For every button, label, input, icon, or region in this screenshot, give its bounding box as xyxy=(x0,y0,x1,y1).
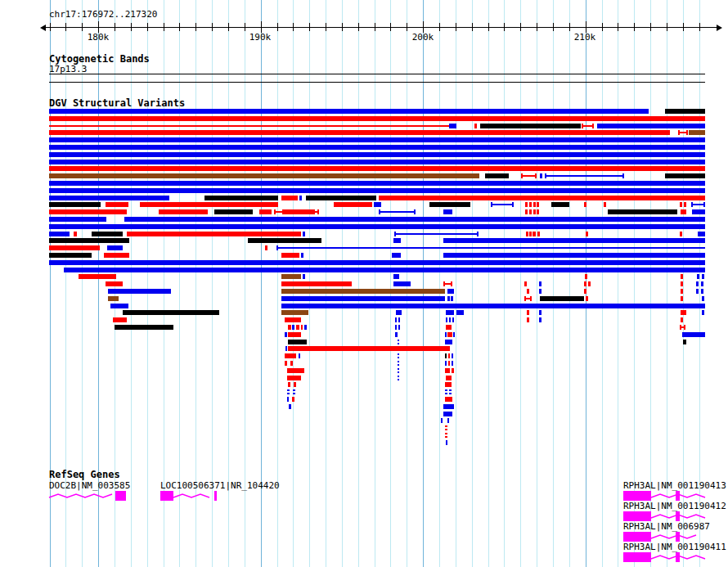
variant-bar[interactable] xyxy=(691,202,705,207)
variant-bar[interactable] xyxy=(681,317,683,322)
variant-bar[interactable] xyxy=(445,433,447,438)
variant-bar[interactable] xyxy=(447,289,454,294)
variant-bar[interactable] xyxy=(681,274,683,279)
variant-bar[interactable] xyxy=(49,196,169,200)
variant-bar[interactable] xyxy=(159,209,208,214)
variant-bar[interactable] xyxy=(49,238,129,243)
variant-bar[interactable] xyxy=(49,109,649,114)
variant-bar[interactable] xyxy=(701,281,703,286)
variant-bar[interactable] xyxy=(49,209,127,214)
variant-bar[interactable] xyxy=(681,296,683,301)
variant-bar[interactable] xyxy=(140,202,278,207)
variant-bar[interactable] xyxy=(684,202,686,207)
variant-bar[interactable] xyxy=(446,310,454,315)
variant-bar[interactable] xyxy=(533,202,536,207)
gene-label[interactable]: RPH3AL|NM_001190413 xyxy=(623,481,726,491)
variant-bar[interactable] xyxy=(281,281,352,286)
variant-bar[interactable] xyxy=(398,325,400,330)
variant-bar[interactable] xyxy=(304,325,307,330)
variant-bar[interactable] xyxy=(306,196,376,200)
variant-bar[interactable] xyxy=(449,389,452,394)
variant-bar[interactable] xyxy=(393,274,399,279)
variant-bar[interactable] xyxy=(680,202,682,207)
variant-bar[interactable] xyxy=(379,209,416,214)
variant-bar[interactable] xyxy=(281,310,308,315)
variant-bar[interactable] xyxy=(429,202,470,207)
variant-bar[interactable] xyxy=(689,130,705,135)
variant-bar[interactable] xyxy=(49,260,705,265)
variant-bar[interactable] xyxy=(64,268,705,272)
variant-bar[interactable] xyxy=(452,361,453,366)
variant-bar[interactable] xyxy=(49,217,106,222)
variant-bar[interactable] xyxy=(526,232,528,236)
variant-bar[interactable] xyxy=(281,274,301,279)
variant-bar[interactable] xyxy=(540,173,542,178)
variant-bar[interactable] xyxy=(49,116,705,121)
variant-bar[interactable] xyxy=(586,296,588,301)
variant-bar[interactable] xyxy=(452,317,454,322)
variant-bar[interactable] xyxy=(682,332,705,337)
gene-exon-tick[interactable] xyxy=(676,491,680,501)
variant-bar[interactable] xyxy=(582,124,594,128)
variant-bar[interactable] xyxy=(49,232,70,236)
variant-bar[interactable] xyxy=(293,389,295,394)
variant-bar[interactable] xyxy=(285,317,301,322)
variant-bar[interactable] xyxy=(545,173,624,178)
gene-exon-tick[interactable] xyxy=(676,552,680,562)
variant-bar[interactable] xyxy=(301,325,303,330)
variant-bar[interactable] xyxy=(49,160,705,164)
variant-bar[interactable] xyxy=(696,289,699,294)
variant-bar[interactable] xyxy=(443,281,452,286)
variant-bar[interactable] xyxy=(665,173,705,178)
variant-bar[interactable] xyxy=(443,238,705,243)
variant-bar[interactable] xyxy=(445,332,447,337)
variant-bar[interactable] xyxy=(449,317,451,322)
variant-bar[interactable] xyxy=(445,340,452,344)
gene-exon-tick[interactable] xyxy=(676,532,680,542)
gene-exon-tick[interactable] xyxy=(214,491,217,501)
variant-bar[interactable] xyxy=(524,281,527,286)
variant-bar[interactable] xyxy=(456,310,464,315)
variant-bar[interactable] xyxy=(702,296,704,301)
variant-bar[interactable] xyxy=(521,173,537,178)
gene-exon-box[interactable] xyxy=(623,491,651,501)
gene-intron-squiggle[interactable] xyxy=(49,492,115,500)
variant-bar[interactable] xyxy=(108,289,171,294)
variant-bar[interactable] xyxy=(393,238,401,243)
variant-bar[interactable] xyxy=(398,376,399,380)
variant-bar[interactable] xyxy=(681,281,683,286)
variant-bar[interactable] xyxy=(537,209,539,214)
variant-bar[interactable] xyxy=(584,202,586,207)
variant-bar[interactable] xyxy=(290,361,293,366)
variant-bar[interactable] xyxy=(446,440,447,445)
gene-label[interactable]: RPH3AL|NM_001190412 xyxy=(623,502,726,511)
variant-bar[interactable] xyxy=(537,202,539,207)
variant-bar[interactable] xyxy=(248,238,321,243)
gene-exon-box[interactable] xyxy=(623,552,651,562)
variant-bar[interactable] xyxy=(678,130,688,135)
variant-bar[interactable] xyxy=(49,125,449,127)
variant-bar[interactable] xyxy=(49,145,705,150)
variant-bar[interactable] xyxy=(287,389,290,394)
variant-bar[interactable] xyxy=(446,376,452,380)
variant-bar[interactable] xyxy=(529,232,532,236)
variant-bar[interactable] xyxy=(681,289,683,294)
variant-bar[interactable] xyxy=(398,361,399,366)
variant-bar[interactable] xyxy=(289,404,291,409)
variant-bar[interactable] xyxy=(443,412,452,416)
variant-bar[interactable] xyxy=(551,202,569,207)
variant-bar[interactable] xyxy=(448,361,450,366)
variant-bar[interactable] xyxy=(584,281,586,286)
variant-bar[interactable] xyxy=(127,232,301,236)
variant-bar[interactable] xyxy=(533,232,536,236)
variant-bar[interactable] xyxy=(292,325,294,330)
variant-bar[interactable] xyxy=(445,368,450,373)
variant-bar[interactable] xyxy=(539,289,542,294)
variant-bar[interactable] xyxy=(539,317,542,322)
variant-bar[interactable] xyxy=(265,245,267,250)
variant-bar[interactable] xyxy=(301,253,303,258)
variant-bar[interactable] xyxy=(113,317,127,322)
variant-bar[interactable] xyxy=(446,317,447,322)
variant-bar[interactable] xyxy=(106,281,123,286)
variant-bar[interactable] xyxy=(107,245,123,250)
